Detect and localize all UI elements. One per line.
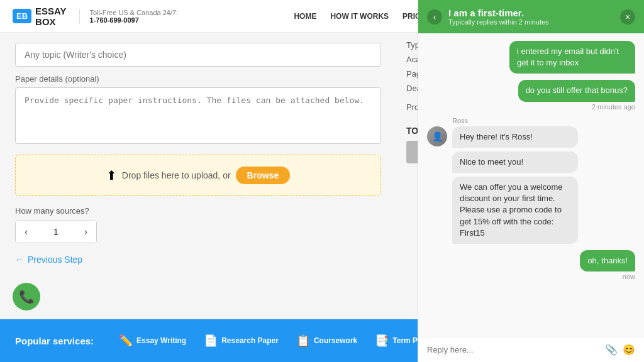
prev-step-label: Previous Step [28,255,82,265]
chat-message-1: i entered my email but didn't get it to … [427,41,635,74]
phone-fab[interactable]: 📞 [13,283,40,310]
upload-icon: ⬆ [106,168,117,183]
emoji-icon: 😊 [623,344,635,355]
term-icon: 📑 [375,334,389,348]
chat-header: ‹ I am a first-timer. Typically replies … [418,0,644,33]
sources-stepper: ‹ 1 › [15,221,97,243]
chat-timestamp-now: now [623,273,635,280]
chat-back-button[interactable]: ‹ [427,9,442,25]
coursework-icon: 📋 [296,334,310,348]
service-essay[interactable]: ✏️ Essay Writing [119,334,186,348]
chat-close-button[interactable]: × [620,9,635,25]
chat-footer: 📎 😊 [418,337,644,362]
prev-step-button[interactable]: ← Previous Step [15,255,381,265]
attach-button[interactable]: 📎 [605,344,618,356]
topic-input[interactable] [15,43,381,67]
prev-step-arrow: ← [15,255,24,265]
close-icon: × [625,12,630,22]
message-bubble: We can offer you a welcome discount on y… [452,177,578,244]
chat-message-2: do you still offer that bonus? 2 minutes… [427,80,635,110]
research-icon: 📄 [204,334,218,348]
phone-number: 1-760-699-0097 [90,16,179,24]
browse-button[interactable]: Browse [236,167,291,184]
service-coursework[interactable]: 📋 Coursework [296,334,357,348]
upload-text: Drop files here to upload, or [122,170,231,180]
back-icon: ‹ [433,12,436,22]
chat-header-text: I am a first-timer. Typically replies wi… [448,8,614,26]
stepper-value: 1 [36,227,75,237]
chat-overlay: ‹ I am a first-timer. Typically replies … [418,0,644,362]
chat-header-title: I am a first-timer. [448,8,614,18]
nav-home[interactable]: HOME [294,12,316,21]
toll-free-label: Toll-Free US & Canada 24/7: [90,9,179,16]
stepper-increment[interactable]: › [75,221,96,243]
sender-name: Ross [452,117,635,124]
message-bubble: i entered my email but didn't get it to … [509,41,635,74]
chat-message-3: 👤 Hey there! it's Ross! Nice to meet you… [427,126,635,244]
essay-label: Essay Writing [136,336,186,345]
paper-details-label: Paper details (optional) [15,74,381,84]
message-bubble: do you still offer that bonus? [518,80,635,101]
chat-message-4: oh, thanks! now [427,250,635,280]
essay-icon: ✏️ [119,334,133,348]
popular-services-label: Popular services: [15,336,94,346]
upload-area: ⬆ Drop files here to upload, or Browse [15,155,381,196]
avatar-image: 👤 [427,126,447,146]
chat-reply-input[interactable] [427,345,600,354]
logo: EB ESSAYBOX [13,6,67,27]
paper-details-input[interactable] [15,87,381,144]
logo-brand: ESSAYBOX [35,6,66,27]
message-bubble: Hey there! it's Ross! [452,126,578,148]
emoji-button[interactable]: 😊 [623,344,635,356]
header-phone: Toll-Free US & Canada 24/7: 1-760-699-00… [79,9,179,24]
attach-icon: 📎 [605,344,618,355]
phone-icon: 📞 [19,289,35,304]
form-panel: Paper details (optional) ⬆ Drop files he… [0,33,396,362]
chat-header-sub: Typically replies within 2 minutes [448,18,614,26]
chat-body: i entered my email but didn't get it to … [418,33,644,337]
logo-icon: EB [13,9,31,24]
nav-how-it-works[interactable]: HOW IT WORKS [330,12,389,21]
chat-timestamp: 2 minutes ago [592,103,635,111]
stepper-decrement[interactable]: ‹ [16,221,36,243]
message-bubble: oh, thanks! [580,250,635,272]
service-research[interactable]: 📄 Research Paper [204,334,279,348]
header-left: EB ESSAYBOX Toll-Free US & Canada 24/7: … [13,6,178,27]
sources-label: How many sources? [15,206,381,216]
coursework-label: Coursework [314,336,357,345]
research-label: Research Paper [221,336,279,345]
message-bubble: Nice to meet you! [452,151,578,173]
avatar-ross: 👤 [427,126,447,146]
